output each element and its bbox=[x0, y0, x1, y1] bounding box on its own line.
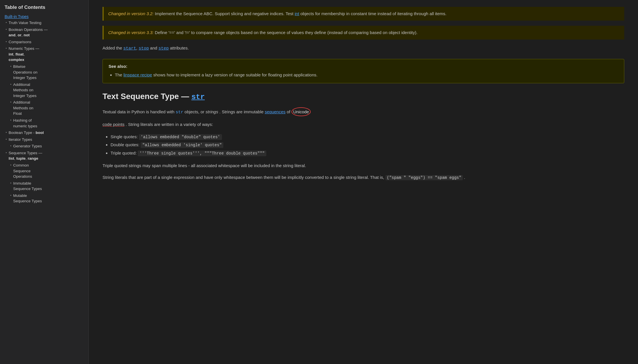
body1-mid2: . Strings are immutable bbox=[219, 109, 265, 114]
single-quotes-label: Single quotes: bbox=[111, 134, 139, 139]
bullet-icon: ▪ bbox=[6, 151, 7, 155]
toc-item-additional-methods-float[interactable]: ▪ AdditionalMethods onFloat bbox=[0, 99, 88, 117]
strings-italic: strings bbox=[206, 109, 218, 114]
bullet-icon: ▪ bbox=[10, 100, 11, 104]
and-text: and bbox=[150, 46, 158, 50]
single-quotes-code: 'allows embedded "double" quotes' bbox=[139, 134, 222, 140]
bullet-icon: ▪ bbox=[6, 46, 7, 51]
toc-item-mutable-seq[interactable]: ▪ MutableSequence Types bbox=[0, 192, 88, 205]
step-link[interactable]: step bbox=[158, 46, 169, 51]
section-title-text: Text Sequence Type — bbox=[103, 92, 191, 101]
version-notice-32: Changed in version 3.2: Implement the Se… bbox=[103, 7, 624, 21]
bullet-icon: ▪ bbox=[6, 20, 7, 25]
sequences-link[interactable]: sequences bbox=[265, 109, 286, 114]
toc-item-common-seq[interactable]: ▪ CommonSequenceOperations bbox=[0, 162, 88, 180]
str-heading-link[interactable]: str bbox=[191, 93, 205, 101]
version-text-32: Implement the Sequence ABC. Support slic… bbox=[155, 11, 295, 16]
section-heading-str: Text Sequence Type — str bbox=[103, 91, 624, 102]
toc-link-builtin-types[interactable]: Built-in Types bbox=[0, 14, 88, 19]
see-also-list: The linspace recipe shows how to impleme… bbox=[109, 72, 618, 78]
body-paragraph-1b: code points . String literals are writte… bbox=[103, 121, 624, 128]
attr-suffix: attributes. bbox=[170, 46, 189, 50]
bullet-icon: ▪ bbox=[10, 163, 11, 167]
start-link[interactable]: start bbox=[123, 46, 136, 51]
bullet-icon: ▪ bbox=[6, 130, 7, 135]
toc-item-additional-methods-int[interactable]: ▪ AdditionalMethods onInteger Types bbox=[0, 81, 88, 99]
version-label-33: Changed in version 3.3: bbox=[108, 30, 153, 35]
bullet-icon: ▪ bbox=[6, 27, 7, 32]
toc-item-immutable-seq[interactable]: ▪ ImmutableSequence Types bbox=[0, 180, 88, 192]
body3-code: ("spam " "eggs") == "spam eggs" bbox=[385, 175, 463, 180]
body1-start: Textual data in Python is handled with bbox=[103, 109, 176, 114]
bullet-icon: ▪ bbox=[10, 144, 11, 148]
toc-item-bool[interactable]: ▪ Boolean Type - bool bbox=[0, 129, 88, 136]
triple-quotes-code: '''Three single quotes''', """Three doub… bbox=[138, 151, 266, 156]
toc-item-iterator[interactable]: ▪ Iterator Types bbox=[0, 136, 88, 143]
bullet-icon: ▪ bbox=[10, 181, 11, 185]
toc-item-numeric-types[interactable]: ▪ Numeric Types —int, float,complex bbox=[0, 45, 88, 63]
bullet-icon: ▪ bbox=[10, 193, 11, 198]
added-attr-line: Added the start, stop and step attribute… bbox=[103, 45, 624, 52]
bullet-icon: ▪ bbox=[10, 118, 11, 122]
toc-item-hashing[interactable]: ▪ Hashing ofnumeric types bbox=[0, 117, 88, 129]
version-notice-33: Changed in version 3.3: Define '==' and … bbox=[103, 26, 624, 39]
see-also-box: See also: The linspace recipe shows how … bbox=[103, 59, 624, 83]
version-text-33: Define '==' and '!=' to compare range ob… bbox=[155, 30, 418, 35]
see-also-title: See also: bbox=[109, 64, 618, 69]
toc-item-bitwise[interactable]: ▪ BitwiseOperations onInteger Types bbox=[0, 63, 88, 81]
double-quotes-label: Double quotes: bbox=[111, 142, 141, 147]
body3-end: . bbox=[464, 175, 465, 180]
added-attr-text: Added the bbox=[103, 46, 123, 50]
body3-start: String literals that are part of a singl… bbox=[103, 175, 385, 180]
body-paragraph-3: String literals that are part of a singl… bbox=[103, 174, 624, 181]
see-also-item: The linspace recipe shows how to impleme… bbox=[115, 72, 618, 78]
body1-mid: objects, or bbox=[184, 109, 205, 114]
version-text-32b: objects for membership in constant time … bbox=[300, 11, 446, 16]
sidebar: Table of Contents Built-in Types ▪ Truth… bbox=[0, 0, 89, 364]
double-quotes-code: "allows embedded 'single' quotes" bbox=[141, 142, 223, 148]
see-also-prefix: The bbox=[115, 72, 123, 77]
body1-line2: . String literals are written in a varie… bbox=[126, 122, 213, 127]
body-paragraph-2: Triple quoted strings may span multiple … bbox=[103, 162, 624, 169]
bullet-icon: ▪ bbox=[6, 39, 7, 44]
toc-item-generator[interactable]: ▪ Generator Types bbox=[0, 143, 88, 150]
see-also-suffix: shows how to implement a lazy version of… bbox=[153, 72, 318, 77]
body1-of: of bbox=[287, 109, 292, 114]
triple-quotes-label: Triple quoted: bbox=[111, 151, 138, 155]
bullet-icon: ▪ bbox=[10, 64, 11, 69]
list-item: Triple quoted: '''Three single quotes'''… bbox=[111, 149, 624, 157]
main-content: Changed in version 3.2: Implement the Se… bbox=[89, 0, 638, 364]
code-examples-list: Single quotes: 'allows embedded "double"… bbox=[103, 133, 624, 157]
sidebar-title: Table of Contents bbox=[0, 5, 88, 14]
body-paragraph-1: Textual data in Python is handled with s… bbox=[103, 107, 624, 116]
version-label-32: Changed in version 3.2: bbox=[108, 11, 153, 16]
code-points-text: code points bbox=[103, 122, 125, 127]
toc-item-sequence-types[interactable]: ▪ Sequence Types —list, tuple, range bbox=[0, 150, 88, 162]
toc-item-boolean-ops[interactable]: ▪ Boolean Operations —and, or, not bbox=[0, 26, 88, 39]
str-code-link[interactable]: str bbox=[176, 110, 183, 115]
stop-link[interactable]: stop bbox=[139, 46, 149, 51]
bullet-icon: ▪ bbox=[10, 82, 11, 87]
unicode-circled: Unicode bbox=[292, 107, 311, 116]
toc-item-comparisons[interactable]: ▪ Comparisons bbox=[0, 39, 88, 46]
linspace-link[interactable]: linspace recipe bbox=[123, 72, 152, 77]
bullet-icon: ▪ bbox=[6, 137, 7, 142]
toc-item-truth-value[interactable]: ▪ Truth Value Testing bbox=[0, 19, 88, 26]
list-item: Single quotes: 'allows embedded "double"… bbox=[111, 133, 624, 141]
list-item: Double quotes: "allows embedded 'single'… bbox=[111, 141, 624, 149]
int-link[interactable]: int bbox=[295, 11, 299, 16]
